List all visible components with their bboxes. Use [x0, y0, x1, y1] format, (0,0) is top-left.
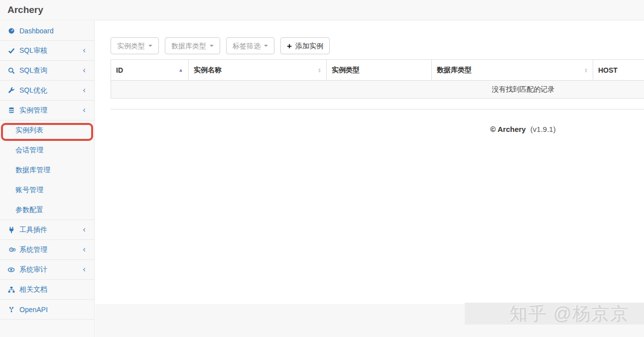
sidebar-item-label: 数据库管理	[15, 166, 50, 175]
db-type-filter-dropdown[interactable]: 数据库类型	[165, 37, 220, 54]
chevron-left-icon	[83, 85, 86, 95]
sidebar: Dashboard SQL审核 SQL查询 SQL优化 实例管理 实例列表 会话…	[0, 21, 95, 337]
sidebar-item-sql-query[interactable]: SQL查询	[0, 61, 94, 81]
column-label: ID	[116, 66, 123, 74]
sidebar-item-label: SQL优化	[19, 86, 47, 95]
sitemap-icon	[7, 286, 15, 293]
column-header-host: HOST	[593, 60, 644, 81]
plus-icon: +	[287, 42, 292, 50]
watermark-text: 知乎 @杨京京	[509, 302, 629, 326]
code-fork-icon	[7, 306, 15, 313]
sort-both-icon: ▲▼	[318, 68, 321, 73]
sidebar-item-label: 相关文档	[19, 285, 47, 294]
sidebar-item-sql-optimize[interactable]: SQL优化	[0, 81, 94, 101]
sidebar-item-label: 工具插件	[19, 225, 47, 234]
gears-icon: ⚙⚙	[7, 246, 15, 253]
tag-filter-dropdown[interactable]: 标签筛选	[226, 37, 274, 54]
table-container-border	[111, 109, 644, 110]
chevron-left-icon	[83, 225, 86, 234]
sidebar-item-session-mgmt[interactable]: 会话管理	[0, 140, 94, 160]
watermark-strip: 知乎 @杨京京	[465, 303, 644, 325]
caret-down-icon	[264, 45, 268, 47]
sidebar-item-label: 实例列表	[15, 126, 43, 135]
eye-icon	[7, 266, 15, 273]
chevron-left-icon	[83, 105, 86, 115]
sidebar-item-system-audit[interactable]: 系统审计	[0, 260, 94, 280]
version-text: (v1.9.1)	[530, 125, 556, 133]
sidebar-item-related-docs[interactable]: 相关文档	[0, 280, 94, 300]
dashboard-icon	[7, 27, 15, 34]
chevron-left-icon	[83, 65, 86, 75]
column-label: 实例名称	[194, 66, 222, 75]
add-instance-button[interactable]: + 添加实例	[280, 37, 330, 54]
sidebar-item-label: OpenAPI	[19, 306, 48, 314]
column-label: 实例类型	[332, 66, 360, 75]
sidebar-item-label: 系统审计	[19, 265, 47, 274]
sidebar-item-label: 账号管理	[15, 186, 43, 195]
database-icon	[7, 107, 15, 114]
main-content: 知乎 @杨京京 实例类型 数据库类型 标签筛选 + 添加实例	[95, 21, 644, 337]
toolbar: 实例类型 数据库类型 标签筛选 + 添加实例	[111, 37, 644, 54]
top-navbar: Archery	[0, 0, 644, 20]
page-footer: © Archery (v1.9.1)	[111, 125, 644, 133]
filter-label: 标签筛选	[233, 38, 260, 54]
wrench-icon	[7, 87, 15, 94]
sidebar-item-label: SQL查询	[19, 66, 47, 75]
sort-both-icon: ▲▼	[584, 68, 588, 73]
caret-down-icon	[210, 45, 214, 47]
filter-label: 实例类型	[117, 38, 145, 54]
column-label: 数据库类型	[437, 66, 472, 75]
app-title: Archery	[0, 0, 644, 20]
sidebar-item-label: SQL审核	[19, 46, 47, 55]
sidebar-item-database-mgmt[interactable]: 数据库管理	[0, 160, 94, 180]
column-header-db-type[interactable]: 数据库类型 ▲▼	[432, 60, 593, 81]
chevron-left-icon	[83, 264, 86, 274]
search-icon	[7, 67, 15, 74]
column-header-instance-name[interactable]: 实例名称 ▲▼	[189, 60, 327, 81]
sidebar-item-tool-plugins[interactable]: 工具插件	[0, 220, 94, 240]
sidebar-item-param-config[interactable]: 参数配置	[0, 200, 94, 220]
add-instance-label: 添加实例	[295, 38, 323, 54]
copyright-text: © Archery	[490, 125, 525, 133]
instance-type-filter-dropdown[interactable]: 实例类型	[111, 37, 159, 54]
sidebar-item-label: 参数配置	[15, 206, 43, 215]
empty-state-row: 没有找到匹配的记录	[111, 81, 644, 99]
sidebar-item-label: Dashboard	[19, 27, 54, 35]
sidebar-item-label: 会话管理	[15, 146, 43, 155]
sidebar-item-dashboard[interactable]: Dashboard	[0, 21, 94, 41]
sidebar-item-label: 实例管理	[19, 106, 47, 115]
column-header-instance-type: 实例类型	[327, 60, 432, 81]
instance-table: ID ▲ 实例名称 ▲▼ 实例类型	[111, 59, 644, 99]
check-icon	[7, 47, 15, 54]
chevron-left-icon	[83, 45, 86, 55]
sidebar-item-label: 系统管理	[19, 245, 47, 254]
empty-state-text: 没有找到匹配的记录	[111, 81, 644, 99]
column-header-id[interactable]: ID ▲	[111, 60, 189, 81]
caret-down-icon	[148, 45, 152, 47]
sidebar-item-openapi[interactable]: OpenAPI	[0, 300, 94, 320]
sidebar-item-sql-audit[interactable]: SQL审核	[0, 41, 94, 61]
sidebar-item-account-mgmt[interactable]: 账号管理	[0, 180, 94, 200]
table-header-row: ID ▲ 实例名称 ▲▼ 实例类型	[111, 60, 644, 81]
plug-icon	[7, 226, 15, 233]
sidebar-item-system-mgmt[interactable]: ⚙⚙ 系统管理	[0, 240, 94, 260]
sort-asc-icon: ▲	[178, 68, 183, 73]
sidebar-item-instance-list[interactable]: 实例列表	[0, 120, 94, 140]
chevron-left-icon	[83, 244, 86, 254]
column-label: HOST	[598, 66, 618, 74]
filter-label: 数据库类型	[171, 38, 206, 54]
sidebar-item-instance-mgmt[interactable]: 实例管理	[0, 101, 94, 120]
